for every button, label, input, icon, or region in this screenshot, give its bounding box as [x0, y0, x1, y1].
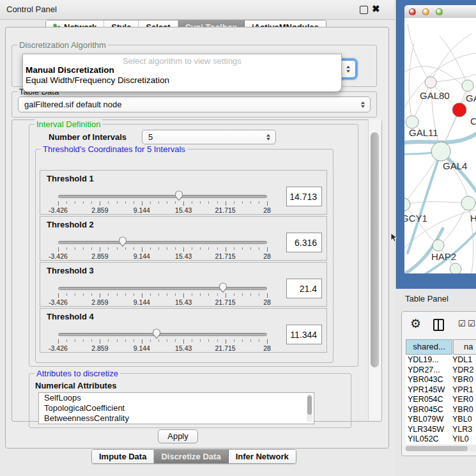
checkbox-icon[interactable]: ☑: [458, 319, 466, 328]
slider-tick-label: 28: [263, 344, 271, 352]
panel-scrollbar-thumb[interactable]: [371, 132, 379, 367]
threshold-label: Threshold 3: [47, 266, 94, 275]
table-row[interactable]: YBR043CYBR0: [406, 375, 476, 385]
network-node-gal80[interactable]: [425, 77, 436, 88]
numerical-attributes-list[interactable]: SelfLoopsTopologicalCoefficientBetweenne…: [38, 392, 314, 424]
close-icon[interactable]: ✖: [372, 3, 380, 15]
float-window-icon[interactable]: [360, 6, 368, 14]
table-hscrollbar-thumb[interactable]: [406, 446, 468, 451]
slider-tick-label: 21.715: [215, 344, 236, 352]
network-node-gcy1[interactable]: [404, 198, 410, 211]
network-node-gal11[interactable]: [406, 116, 418, 128]
column-header-shared-name[interactable]: shared...: [406, 339, 452, 355]
network-node-c[interactable]: [452, 103, 466, 117]
slider-track[interactable]: [58, 195, 267, 198]
slider-tick-label: 2.859: [91, 298, 108, 306]
slider-tick-label: 2.859: [91, 252, 108, 260]
slider-minor-ticks: [58, 339, 268, 342]
columns-icon[interactable]: [433, 319, 444, 331]
gear-icon[interactable]: ⚙: [410, 318, 421, 330]
slider-major-tick: [226, 293, 226, 298]
threshold-value-field[interactable]: 6.316: [286, 233, 322, 252]
combo-arrows-icon: [346, 66, 350, 73]
cell-shared-name: YDR27...: [406, 365, 452, 374]
attribute-item[interactable]: TopologicalCoefficient: [39, 403, 314, 413]
slider-tick-label: 9.144: [134, 298, 150, 306]
node-label: GAL80: [420, 90, 450, 101]
table-row[interactable]: YBR045CYBR0: [406, 405, 476, 415]
node-label: C: [470, 116, 476, 127]
tab-label: Discretize Data: [161, 452, 220, 461]
tab-impute-data[interactable]: Impute Data: [92, 450, 154, 463]
column-header-name[interactable]: na: [453, 339, 476, 355]
slider-track[interactable]: [58, 287, 267, 290]
tab-label: Impute Data: [99, 452, 146, 461]
slider-major-tick: [226, 339, 226, 344]
slider-major-tick: [58, 247, 59, 252]
zoom-traffic-light[interactable]: [436, 8, 443, 15]
network-window-titlebar[interactable]: [404, 5, 476, 19]
network-node-gal4[interactable]: [431, 142, 450, 161]
list-scrollbar[interactable]: [307, 394, 312, 422]
slider-tick-label: 9.144: [134, 252, 150, 260]
network-node[interactable]: [450, 263, 461, 273]
table-row[interactable]: YER054CYER0: [406, 395, 476, 405]
threshold-value-field[interactable]: 11.344: [286, 325, 322, 344]
network-node-ga[interactable]: [462, 80, 473, 91]
list-scrollbar-thumb[interactable]: [307, 395, 312, 415]
table-row[interactable]: YBL079WYBL0: [406, 415, 476, 425]
thresholds-group-title: Threshold's Coordinates for 5 Intervals: [41, 144, 187, 154]
apply-button[interactable]: Apply: [158, 429, 198, 443]
slider-major-tick: [100, 201, 100, 206]
control-panel: Control Panel ✖ NetworkStyleSelectCyni T…: [0, 0, 395, 476]
slider-thumb[interactable]: [151, 328, 162, 339]
table-row[interactable]: YPR145WYPR1: [406, 385, 476, 395]
slider-tick-label: 28: [263, 252, 271, 260]
slider-major-tick: [100, 247, 100, 252]
number-of-intervals-value: 5: [148, 132, 153, 142]
slider-track[interactable]: [58, 241, 267, 244]
table-row[interactable]: YDR27...YDR2: [406, 365, 476, 376]
slider-thumb[interactable]: [174, 190, 184, 201]
attribute-item[interactable]: SelfLoops: [39, 393, 314, 403]
combo-arrows-icon: [361, 101, 365, 108]
slider-major-tick: [58, 201, 59, 206]
network-node-hap2[interactable]: [433, 240, 444, 251]
slider-tick-label: -3.426: [49, 298, 68, 306]
slider-tick-label: 9.144: [134, 344, 150, 352]
tab-infer-network[interactable]: Infer Network: [229, 450, 296, 463]
attribute-item[interactable]: BetweennessCentrality: [39, 413, 314, 424]
minimize-traffic-light[interactable]: [422, 8, 429, 15]
tab-discretize-data[interactable]: Discretize Data: [154, 450, 228, 463]
algorithm-dropdown-hint: Select algorithm to view settings: [23, 56, 341, 66]
table-data-combobox[interactable]: galFiltered.sif default node: [18, 96, 371, 112]
tab-label: Infer Network: [236, 452, 289, 461]
slider-thumb[interactable]: [218, 282, 228, 293]
network-canvas[interactable]: GAL80GACGAL11GAL4GCY1HHAP2: [404, 18, 476, 273]
node-label: GAL11: [409, 127, 438, 138]
close-traffic-light[interactable]: [409, 8, 416, 15]
algorithm-option-manual[interactable]: Manual Discretization: [26, 65, 114, 75]
table-row[interactable]: YLR345WYLR3: [406, 425, 476, 435]
slider-tick-label: 15.43: [175, 344, 192, 352]
threshold-value-field[interactable]: 21.4: [286, 279, 322, 298]
control-panel-titlebar: Control Panel ✖: [0, 0, 395, 20]
cell-shared-name: YDL19...: [406, 355, 452, 364]
checkbox-icon[interactable]: ☑: [468, 319, 475, 328]
panel-scrollbar[interactable]: [368, 119, 381, 420]
number-of-intervals-combobox[interactable]: 5: [142, 130, 276, 144]
slider-major-tick: [267, 339, 268, 344]
slider-thumb[interactable]: [118, 236, 128, 247]
threshold-row-4: Threshold 4-3.4262.8599.14415.4321.71528…: [40, 308, 327, 353]
threshold-row-1: Threshold 1-3.4262.8599.14415.4321.71528…: [40, 170, 327, 215]
table-row[interactable]: YDL19...YDL1: [406, 355, 476, 365]
slider-track[interactable]: [58, 333, 267, 336]
algorithm-option-equal-width[interactable]: Equal Width/Frequency Discretization: [26, 75, 169, 85]
slider-tick-label: 15.43: [175, 298, 192, 306]
table-row[interactable]: YIL052CYIL0: [406, 434, 476, 444]
network-node-h[interactable]: [461, 196, 475, 210]
table-horizontal-scrollbar[interactable]: [404, 445, 476, 452]
cell-shared-name: YBR043C: [406, 375, 452, 384]
threshold-value-field[interactable]: 14.713: [286, 187, 322, 206]
node-table-rows[interactable]: YDL19...YDL1YDR27...YDR2YBR043CYBR0YPR14…: [406, 355, 476, 444]
